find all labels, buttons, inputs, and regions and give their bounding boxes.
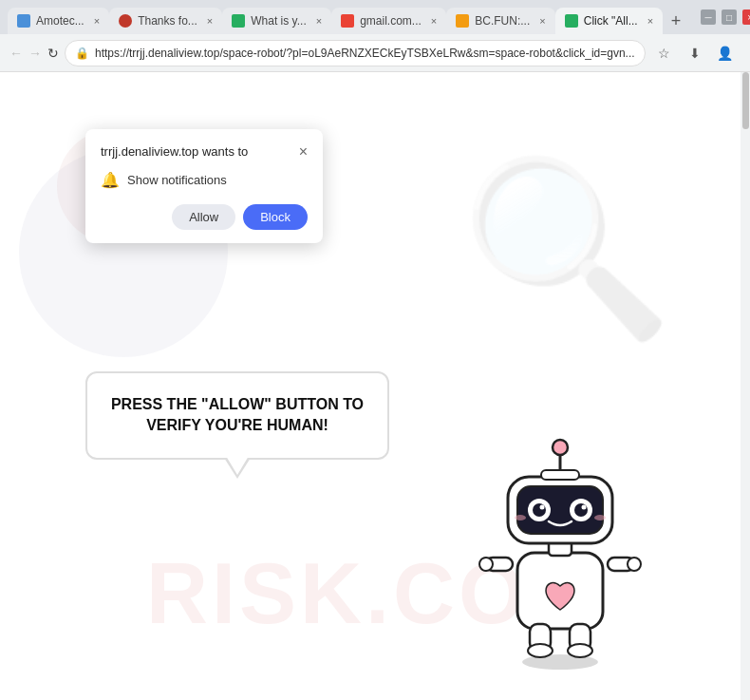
page-content: 🔍 RISK.COM trrjj.denaliview.top wants to… — [0, 72, 750, 700]
tab-close-gmail[interactable]: × — [431, 15, 437, 27]
tab-close-whatis[interactable]: × — [316, 15, 322, 27]
notification-popup: trrjj.denaliview.top wants to × 🔔 Show n… — [85, 129, 323, 243]
tab-close-clickall[interactable]: × — [647, 15, 653, 27]
popup-title: trrjj.denaliview.top wants to — [101, 144, 291, 159]
scrollbar[interactable] — [741, 72, 750, 700]
tab-favicon-amotec — [17, 14, 30, 28]
bell-icon: 🔔 — [101, 171, 120, 189]
tab-favicon-gmail — [341, 14, 354, 28]
tab-close-amotec[interactable]: × — [94, 15, 100, 27]
tab-whatis[interactable]: What is y... × — [222, 8, 331, 34]
new-tab-button[interactable]: + — [663, 8, 689, 34]
tab-gmail[interactable]: gmail.com... × — [331, 8, 446, 34]
popup-buttons: Allow Block — [101, 204, 308, 230]
svg-point-5 — [628, 558, 641, 571]
tab-bcfun[interactable]: BC.FUN:... × — [446, 8, 554, 34]
window-controls: ─ □ × — [701, 9, 750, 25]
back-button[interactable]: ← — [9, 40, 23, 66]
bookmark-icon[interactable]: ☆ — [651, 40, 678, 66]
tab-amotec[interactable]: Amotec... × — [8, 8, 109, 34]
tab-favicon-clickall — [565, 14, 578, 28]
tab-thanks[interactable]: Thanks fo... × — [109, 8, 222, 34]
svg-rect-21 — [541, 470, 579, 480]
tab-label-clickall: Click "All... — [584, 14, 638, 28]
url-bar[interactable]: 🔒 https://trrjj.denaliview.top/space-rob… — [65, 40, 646, 66]
svg-point-20 — [553, 440, 568, 455]
scrollbar-thumb[interactable] — [742, 72, 749, 129]
allow-button[interactable]: Allow — [172, 204, 235, 230]
svg-point-17 — [540, 505, 545, 510]
speech-bubble: PRESS THE "ALLOW" BUTTON TO VERIFY YOU'R… — [85, 371, 389, 460]
tab-label-gmail: gmail.com... — [360, 14, 422, 28]
browser-window: Amotec... × Thanks fo... × What is y... … — [0, 0, 750, 700]
popup-header: trrjj.denaliview.top wants to × — [101, 144, 308, 160]
robot-illustration — [465, 406, 655, 672]
profile-icon[interactable]: 👤 — [712, 40, 739, 66]
svg-point-16 — [574, 503, 588, 517]
menu-icon[interactable]: ⋮ — [742, 40, 750, 66]
tab-close-thanks[interactable]: × — [207, 15, 213, 27]
tab-clickall[interactable]: Click "All... × — [555, 8, 663, 34]
bubble-text: PRESS THE "ALLOW" BUTTON TO VERIFY YOU'R… — [111, 396, 364, 433]
svg-point-4 — [479, 558, 493, 571]
tab-label-amotec: Amotec... — [36, 14, 84, 28]
minimize-button[interactable]: ─ — [701, 9, 716, 25]
tab-label-whatis: What is y... — [251, 14, 306, 28]
download-icon[interactable]: ⬇ — [682, 40, 708, 66]
svg-point-15 — [533, 503, 546, 517]
refresh-button[interactable]: ↻ — [47, 40, 59, 66]
maximize-button[interactable]: □ — [722, 9, 737, 25]
popup-close-button[interactable]: × — [299, 144, 308, 160]
title-bar: Amotec... × Thanks fo... × What is y... … — [0, 0, 750, 34]
tab-close-bcfun[interactable]: × — [539, 15, 545, 27]
svg-point-22 — [515, 515, 526, 520]
tab-bar: Amotec... × Thanks fo... × What is y... … — [8, 0, 689, 34]
url-text: https://trrjj.denaliview.top/space-robot… — [95, 47, 635, 60]
toolbar-icons: ☆ ⬇ 👤 ⋮ — [651, 40, 750, 66]
svg-point-18 — [582, 505, 587, 510]
forward-button[interactable]: → — [28, 40, 42, 66]
address-bar: ← → ↻ 🔒 https://trrjj.denaliview.top/spa… — [0, 34, 750, 72]
tab-label-thanks: Thanks fo... — [138, 14, 197, 28]
robot-svg — [465, 406, 655, 672]
tab-favicon-bcfun — [456, 14, 469, 28]
tab-favicon-thanks — [119, 14, 132, 28]
bg-shield-icon: 🔍 — [460, 148, 674, 350]
svg-point-8 — [528, 644, 553, 657]
svg-point-9 — [568, 644, 592, 657]
tab-favicon-whatis — [232, 14, 245, 28]
close-button[interactable]: × — [742, 9, 750, 25]
popup-notification-row: 🔔 Show notifications — [101, 171, 308, 189]
svg-point-23 — [594, 515, 606, 520]
secure-icon: 🔒 — [75, 47, 89, 60]
tab-label-bcfun: BC.FUN:... — [475, 14, 530, 28]
popup-notification-text: Show notifications — [127, 173, 227, 187]
block-button[interactable]: Block — [243, 204, 308, 230]
